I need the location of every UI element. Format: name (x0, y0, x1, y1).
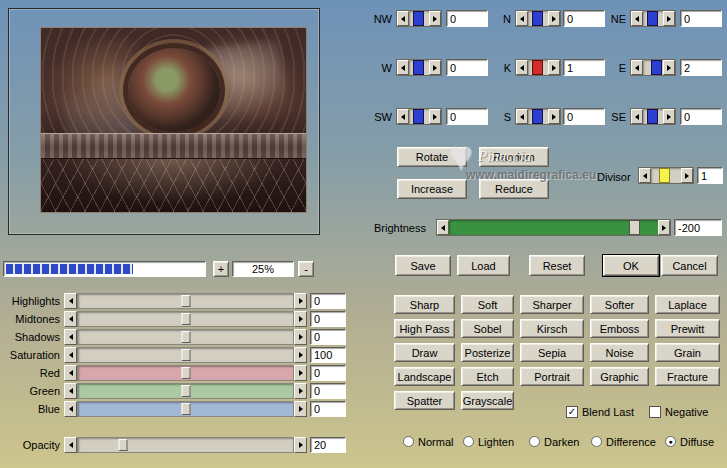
divisor-left-arrow[interactable] (639, 168, 651, 183)
kernel-se-value[interactable]: 0 (680, 108, 722, 125)
slider-shadows-value[interactable]: 0 (310, 329, 346, 345)
kernel-nw-track[interactable] (409, 11, 429, 26)
kernel-ne-thumb[interactable] (647, 11, 658, 26)
slider-green-thumb[interactable] (181, 385, 190, 397)
kernel-ne-track[interactable] (643, 11, 663, 26)
kernel-ne-right-arrow[interactable] (663, 11, 675, 26)
kernel-e-left-arrow[interactable] (631, 60, 643, 75)
brightness-value[interactable]: -200 (674, 219, 722, 236)
ok-button[interactable]: OK (603, 255, 659, 276)
kernel-k-left-arrow[interactable] (516, 60, 528, 75)
kernel-k-right-arrow[interactable] (548, 60, 560, 75)
kernel-nw-thumb[interactable] (413, 11, 424, 26)
slider-opacity-thumb[interactable] (119, 439, 128, 451)
slider-shadows-right-arrow[interactable] (294, 329, 307, 345)
filter-button-noise[interactable]: Noise (590, 343, 649, 362)
filter-button-graphic[interactable]: Graphic (590, 367, 649, 386)
slider-saturation-value[interactable]: 100 (310, 347, 346, 363)
slider-midtones-thumb[interactable] (181, 313, 190, 325)
filter-button-grayscale[interactable]: Grayscale (461, 391, 514, 410)
kernel-sw-track[interactable] (409, 109, 429, 124)
slider-midtones-right-arrow[interactable] (294, 311, 307, 327)
kernel-se-thumb[interactable] (647, 109, 658, 124)
slider-opacity-value[interactable]: 20 (310, 437, 346, 453)
filter-button-softer[interactable]: Softer (590, 295, 649, 314)
blend-last-checkbox[interactable]: ✓ (566, 406, 578, 418)
preview-image[interactable] (40, 27, 307, 213)
cancel-button[interactable]: Cancel (661, 255, 718, 276)
kernel-e-value[interactable]: 2 (680, 59, 722, 76)
brightness-track[interactable] (449, 220, 658, 235)
filter-button-high-pass[interactable]: High Pass (394, 319, 455, 338)
zoom-progress-bar[interactable] (3, 261, 206, 277)
slider-red-thumb[interactable] (181, 367, 190, 379)
kernel-w-left-arrow[interactable] (397, 60, 409, 75)
kernel-sw-right-arrow[interactable] (429, 109, 441, 124)
increase-button[interactable]: Increase (397, 179, 467, 199)
negative-checkbox[interactable] (649, 406, 661, 418)
slider-blue-value[interactable]: 0 (310, 401, 346, 417)
slider-blue-thumb[interactable] (181, 403, 190, 415)
filter-button-landscape[interactable]: Landscape (394, 367, 455, 386)
save-button[interactable]: Save (395, 255, 451, 276)
kernel-nw-left-arrow[interactable] (397, 11, 409, 26)
kernel-sw-thumb[interactable] (413, 109, 424, 124)
kernel-se-left-arrow[interactable] (631, 109, 643, 124)
radio-darken[interactable] (529, 436, 540, 447)
slider-saturation-track[interactable] (77, 347, 294, 363)
kernel-e-right-arrow[interactable] (663, 60, 675, 75)
filter-button-soft[interactable]: Soft (461, 295, 514, 314)
filter-button-kirsch[interactable]: Kirsch (520, 319, 584, 338)
kernel-n-track[interactable] (528, 11, 548, 26)
kernel-e-track[interactable] (643, 60, 663, 75)
slider-highlights-value[interactable]: 0 (310, 293, 346, 309)
kernel-se-right-arrow[interactable] (663, 109, 675, 124)
kernel-s-thumb[interactable] (532, 109, 543, 124)
kernel-nw-right-arrow[interactable] (429, 11, 441, 26)
filter-button-spatter[interactable]: Spatter (394, 391, 455, 410)
filter-button-etch[interactable]: Etch (461, 367, 514, 386)
radio-diffuse[interactable]: ● (665, 436, 676, 447)
filter-button-sharper[interactable]: Sharper (520, 295, 584, 314)
kernel-se-track[interactable] (643, 109, 663, 124)
filter-button-portrait[interactable]: Portrait (520, 367, 584, 386)
radio-normal[interactable] (403, 436, 414, 447)
divisor-right-arrow[interactable] (681, 168, 693, 183)
kernel-ne-left-arrow[interactable] (631, 11, 643, 26)
kernel-s-right-arrow[interactable] (548, 109, 560, 124)
slider-midtones-left-arrow[interactable] (64, 311, 77, 327)
kernel-n-left-arrow[interactable] (516, 11, 528, 26)
filter-button-sepia[interactable]: Sepia (520, 343, 584, 362)
slider-green-value[interactable]: 0 (310, 383, 346, 399)
slider-blue-right-arrow[interactable] (294, 401, 307, 417)
slider-saturation-right-arrow[interactable] (294, 347, 307, 363)
kernel-w-right-arrow[interactable] (429, 60, 441, 75)
zoom-out-button[interactable]: - (298, 261, 314, 277)
filter-button-draw[interactable]: Draw (394, 343, 455, 362)
divisor-thumb[interactable] (659, 168, 670, 183)
kernel-w-thumb[interactable] (413, 60, 424, 75)
slider-opacity-track[interactable] (77, 437, 294, 453)
reset-button[interactable]: Reset (529, 255, 585, 276)
kernel-n-right-arrow[interactable] (548, 11, 560, 26)
slider-opacity-right-arrow[interactable] (294, 437, 307, 453)
filter-button-fracture[interactable]: Fracture (655, 367, 720, 386)
filter-button-prewitt[interactable]: Prewitt (655, 319, 720, 338)
slider-midtones-value[interactable]: 0 (310, 311, 346, 327)
filter-button-grain[interactable]: Grain (655, 343, 720, 362)
slider-opacity-left-arrow[interactable] (64, 437, 77, 453)
reduce-button[interactable]: Reduce (479, 179, 549, 199)
slider-red-right-arrow[interactable] (294, 365, 307, 381)
slider-highlights-left-arrow[interactable] (64, 293, 77, 309)
kernel-w-track[interactable] (409, 60, 429, 75)
slider-highlights-right-arrow[interactable] (294, 293, 307, 309)
slider-red-left-arrow[interactable] (64, 365, 77, 381)
brightness-thumb[interactable] (629, 220, 640, 235)
slider-shadows-thumb[interactable] (181, 331, 190, 343)
slider-green-left-arrow[interactable] (64, 383, 77, 399)
filter-button-sobel[interactable]: Sobel (461, 319, 514, 338)
brightness-left-arrow[interactable] (437, 220, 449, 235)
divisor-track[interactable] (651, 168, 681, 183)
kernel-s-left-arrow[interactable] (516, 109, 528, 124)
radio-difference[interactable] (591, 436, 602, 447)
